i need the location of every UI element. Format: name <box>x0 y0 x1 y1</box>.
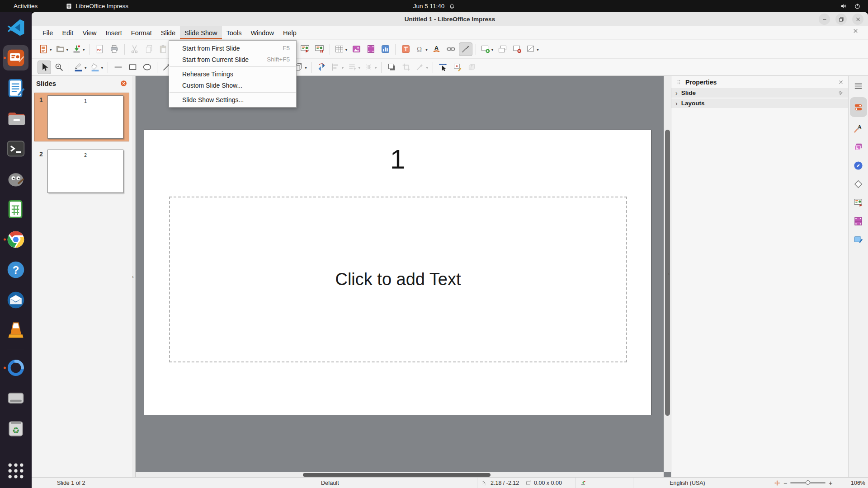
dropdown-arrow-icon[interactable] <box>537 46 539 52</box>
dropdown-arrow-icon[interactable] <box>375 64 377 70</box>
menu-item-rehearse-timings[interactable]: Rehearse Timings <box>169 68 296 80</box>
dock-software-updater[interactable] <box>3 355 28 380</box>
section-layouts[interactable]: Layouts <box>671 99 848 108</box>
dock-writer[interactable] <box>3 75 28 101</box>
zoom-pan-tool[interactable] <box>52 61 66 74</box>
fit-slide-icon[interactable] <box>774 480 780 486</box>
menu-item-custom-slide-show[interactable]: Custom Slide Show... <box>169 80 296 91</box>
menu-item-slide-show-settings[interactable]: Slide Show Settings... <box>169 94 296 105</box>
insert-line-tool[interactable] <box>111 61 125 74</box>
slide-canvas[interactable]: 1 Click to add Text <box>144 130 651 415</box>
insert-chart-button[interactable] <box>378 42 392 56</box>
zoom-in-button[interactable]: + <box>828 479 833 487</box>
vertical-scrollbar[interactable]: › <box>664 76 671 472</box>
image-filter-button[interactable] <box>414 61 429 74</box>
tab-navigator[interactable] <box>850 158 867 173</box>
menu-edit[interactable]: Edit <box>57 26 78 39</box>
glue-points-button[interactable] <box>451 61 464 74</box>
dock-app-grid[interactable] <box>3 458 28 483</box>
edit-points-button[interactable] <box>436 61 450 74</box>
insert-media-button[interactable] <box>364 42 377 56</box>
dropdown-arrow-icon[interactable] <box>50 46 52 52</box>
dock-trash[interactable] <box>3 416 28 441</box>
slide-title-text[interactable]: 1 <box>144 144 651 175</box>
font-color-button[interactable] <box>430 42 443 56</box>
toggle-extrusion-button[interactable] <box>465 61 479 74</box>
slide-thumbnail-1[interactable]: 1 1 <box>34 93 129 141</box>
ellipse-tool[interactable] <box>140 61 154 74</box>
panel-grip-icon[interactable] <box>675 79 682 85</box>
template-name[interactable]: Default <box>321 478 339 488</box>
activities-button[interactable]: Activities <box>14 3 38 9</box>
dock-help[interactable] <box>3 257 28 282</box>
titlebar[interactable]: Untitled 1 - LibreOffice Impress <box>32 12 868 26</box>
tab-properties[interactable] <box>850 97 867 117</box>
align-objects-button[interactable] <box>330 61 345 74</box>
topbar-app-indicator[interactable]: LibreOffice Impress <box>66 3 128 9</box>
tab-shapes[interactable] <box>850 177 867 191</box>
tab-styles[interactable] <box>850 121 867 136</box>
distribution-button[interactable] <box>363 61 378 74</box>
line-color-button[interactable] <box>72 61 88 74</box>
menu-slide[interactable]: Slide <box>156 26 180 39</box>
duplicate-slide-button[interactable] <box>495 42 509 56</box>
tab-gallery[interactable] <box>850 140 867 154</box>
dropdown-arrow-icon[interactable] <box>342 64 344 70</box>
dropdown-arrow-icon[interactable] <box>358 64 360 70</box>
crop-button[interactable] <box>399 61 413 74</box>
panel-collapse-handle-right[interactable]: › <box>668 271 670 277</box>
close-button[interactable] <box>852 14 863 25</box>
save-button[interactable] <box>71 42 86 56</box>
section-slide[interactable]: Slide <box>671 88 848 98</box>
arrange-button[interactable] <box>346 61 362 74</box>
zoom-slider[interactable] <box>790 482 826 483</box>
menu-slide-show[interactable]: Slide Show <box>180 26 222 39</box>
dropdown-arrow-icon[interactable] <box>66 46 69 52</box>
menu-window[interactable]: Window <box>246 26 278 39</box>
menu-item-start-from-current-slide[interactable]: Start from Current SlideShift+F5 <box>169 54 296 65</box>
dropdown-arrow-icon[interactable] <box>345 46 348 52</box>
minimize-button[interactable] <box>819 14 830 25</box>
zoom-slider-thumb[interactable] <box>806 480 810 485</box>
cut-button[interactable] <box>128 42 142 56</box>
fill-color-button[interactable] <box>89 61 105 74</box>
clock-menu[interactable]: Jun 5 11:40 <box>413 3 455 9</box>
clone-formatting-button[interactable] <box>459 42 472 56</box>
delete-slide-button[interactable] <box>510 42 524 56</box>
start-from-first-slide-button[interactable] <box>298 42 312 56</box>
zoom-level[interactable]: 106% <box>844 478 865 488</box>
menu-help[interactable]: Help <box>278 26 301 39</box>
panel-splitter-left[interactable]: ‹ <box>132 76 136 477</box>
dock-vlc[interactable] <box>3 318 28 343</box>
tab-slide-transition[interactable] <box>850 195 867 210</box>
dropdown-arrow-icon[interactable] <box>305 64 307 70</box>
dock-terminal[interactable] <box>3 136 28 161</box>
dock-removable-drive[interactable] <box>3 385 28 411</box>
dock-vscode[interactable] <box>3 15 28 40</box>
insert-image-button[interactable] <box>349 42 363 56</box>
slides-panel-close-button[interactable] <box>120 80 127 87</box>
dock-thunderbird[interactable] <box>3 287 28 313</box>
dropdown-arrow-icon[interactable] <box>425 46 428 52</box>
horizontal-scrollbar-thumb[interactable] <box>303 473 491 477</box>
dropdown-arrow-icon[interactable] <box>426 64 428 70</box>
zoom-out-button[interactable]: − <box>783 479 788 487</box>
hyperlink-button[interactable] <box>444 42 458 56</box>
menu-view[interactable]: View <box>78 26 101 39</box>
insert-textbox-button[interactable] <box>399 42 412 56</box>
dock-gimp[interactable] <box>3 166 28 192</box>
language-status[interactable]: English (USA) <box>633 478 741 488</box>
insert-table-button[interactable] <box>333 42 349 56</box>
menu-insert[interactable]: Insert <box>101 26 127 39</box>
menu-format[interactable]: Format <box>127 26 156 39</box>
dock-chrome[interactable] <box>3 227 28 252</box>
dropdown-arrow-icon[interactable] <box>83 46 85 52</box>
panel-collapse-handle-left[interactable]: ‹ <box>132 274 134 279</box>
system-status-area[interactable] <box>840 3 861 9</box>
select-tool[interactable] <box>38 61 51 74</box>
dropdown-arrow-icon[interactable] <box>491 46 494 52</box>
tab-master-slides[interactable] <box>850 232 867 247</box>
restore-button[interactable] <box>835 14 847 25</box>
tab-animation[interactable] <box>850 214 867 228</box>
dropdown-arrow-icon[interactable] <box>101 64 104 70</box>
